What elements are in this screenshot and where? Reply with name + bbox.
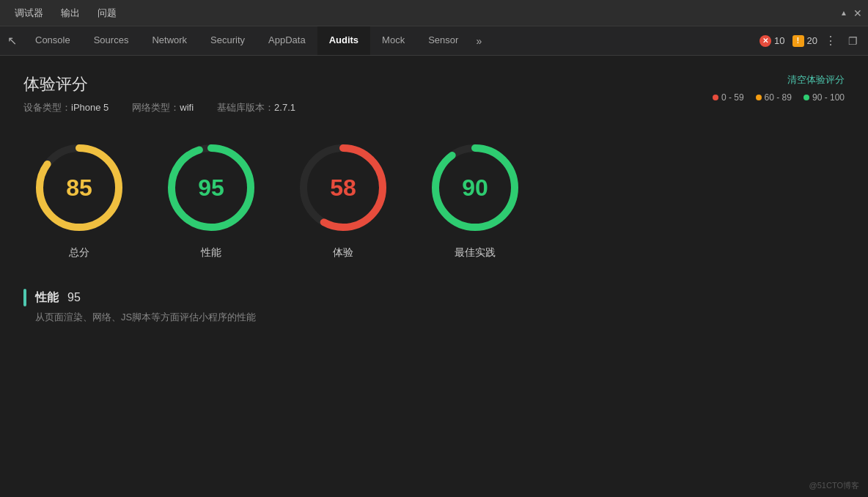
network-label-text: 网络类型： bbox=[132, 102, 180, 113]
main-content: 体验评分 设备类型：iPhone 5 网络类型：wifi 基础库版本：2.7.1… bbox=[0, 56, 868, 497]
tab-network[interactable]: Network bbox=[140, 26, 199, 55]
score-number-bestpractice: 90 bbox=[462, 174, 488, 202]
error-count: 10 bbox=[774, 35, 784, 46]
score-card-performance: 95性能 bbox=[167, 144, 255, 259]
lib-label-text: 基础库版本： bbox=[217, 102, 274, 113]
error-icon: ✕ bbox=[760, 35, 771, 47]
score-card-experience: 58体验 bbox=[299, 144, 387, 259]
title-bar-output[interactable]: 输出 bbox=[52, 0, 89, 26]
tab-mock[interactable]: Mock bbox=[370, 26, 416, 55]
device-label: 设备类型：iPhone 5 bbox=[23, 101, 108, 114]
network-label: 网络类型：wifi bbox=[132, 101, 194, 114]
score-card-total: 85总分 bbox=[35, 144, 123, 259]
title-bar-debugger[interactable]: 调试器 bbox=[6, 0, 52, 26]
tab-pointer-icon[interactable]: ↖ bbox=[0, 26, 23, 55]
device-value: iPhone 5 bbox=[71, 102, 108, 113]
tab-appdata[interactable]: AppData bbox=[257, 26, 317, 55]
left-header: 体验评分 设备类型：iPhone 5 网络类型：wifi 基础库版本：2.7.1 bbox=[23, 73, 295, 120]
score-label-experience: 体验 bbox=[333, 246, 353, 259]
tab-menu-button[interactable]: ⋮ bbox=[820, 34, 841, 48]
header-row: 体验评分 设备类型：iPhone 5 网络类型：wifi 基础库版本：2.7.1… bbox=[23, 73, 845, 120]
tab-console[interactable]: Console bbox=[23, 26, 82, 55]
legend-item-high: 90 - 100 bbox=[803, 92, 845, 103]
legend-dot-high bbox=[803, 95, 809, 100]
title-bar-issues[interactable]: 问题 bbox=[89, 0, 125, 26]
lib-value: 2.7.1 bbox=[274, 102, 295, 113]
network-value: wifi bbox=[180, 102, 194, 113]
meta-info: 设备类型：iPhone 5 网络类型：wifi 基础库版本：2.7.1 bbox=[23, 101, 295, 114]
tab-right-area: ✕ 10 ! 20 ⋮ ❐ bbox=[760, 34, 868, 48]
section-score: 95 bbox=[67, 291, 81, 304]
score-circle-experience: 58 bbox=[299, 144, 387, 232]
section-title: 性能 bbox=[35, 290, 59, 306]
page-title: 体验评分 bbox=[23, 73, 88, 95]
score-number-experience: 58 bbox=[330, 174, 356, 202]
section-performance: 性能 95 从页面渲染、网络、JS脚本等方面评估小程序的性能 bbox=[23, 283, 845, 324]
right-header: 清空体验评分 0 - 59 60 - 89 90 - 100 bbox=[713, 73, 845, 103]
title-bar: 调试器 输出 问题 ▲ ✕ bbox=[0, 0, 868, 26]
error-badge: ✕ 10 bbox=[760, 35, 784, 47]
lib-label: 基础库版本：2.7.1 bbox=[217, 101, 295, 114]
score-circle-total: 85 bbox=[35, 144, 123, 232]
legend-dot-low bbox=[713, 95, 718, 100]
warning-badge: ! 20 bbox=[792, 35, 817, 47]
score-number-performance: 95 bbox=[198, 174, 224, 202]
page-header: 体验评分 bbox=[23, 73, 295, 95]
watermark: @51CTO博客 bbox=[809, 480, 859, 491]
tab-panel-button[interactable]: ❐ bbox=[844, 35, 862, 47]
tab-security[interactable]: Security bbox=[199, 26, 257, 55]
tab-audits[interactable]: Audits bbox=[317, 26, 370, 55]
score-circle-bestpractice: 90 bbox=[431, 144, 519, 232]
section-bar bbox=[23, 289, 26, 306]
score-label-total: 总分 bbox=[69, 246, 89, 259]
legend-label-mid: 60 - 89 bbox=[765, 92, 792, 103]
clear-button[interactable]: 清空体验评分 bbox=[787, 73, 845, 86]
title-bar-close[interactable]: ✕ bbox=[853, 7, 862, 19]
warning-count: 20 bbox=[807, 35, 817, 46]
tab-sensor[interactable]: Sensor bbox=[416, 26, 470, 55]
legend-item-mid: 60 - 89 bbox=[756, 92, 792, 103]
tab-sources[interactable]: Sources bbox=[82, 26, 141, 55]
score-label-performance: 性能 bbox=[201, 246, 221, 259]
title-bar-arrow-up[interactable]: ▲ bbox=[840, 9, 847, 17]
tab-bar: ↖ Console Sources Network Security AppDa… bbox=[0, 26, 868, 56]
score-card-bestpractice: 90最佳实践 bbox=[431, 144, 519, 259]
tab-more-icon[interactable]: » bbox=[470, 35, 488, 47]
section-title-row: 性能 95 bbox=[23, 289, 845, 306]
score-number-total: 85 bbox=[66, 174, 92, 202]
device-label-text: 设备类型： bbox=[23, 102, 71, 113]
section-description: 从页面渲染、网络、JS脚本等方面评估小程序的性能 bbox=[35, 311, 845, 324]
legend-label-low: 0 - 59 bbox=[721, 92, 744, 103]
warning-icon: ! bbox=[792, 35, 804, 47]
legend: 0 - 59 60 - 89 90 - 100 bbox=[713, 92, 845, 103]
score-label-bestpractice: 最佳实践 bbox=[455, 246, 496, 259]
legend-item-low: 0 - 59 bbox=[713, 92, 744, 103]
score-circle-performance: 95 bbox=[167, 144, 255, 232]
legend-label-high: 90 - 100 bbox=[812, 92, 845, 103]
legend-dot-mid bbox=[756, 95, 762, 100]
score-cards: 85总分 95性能 58体验 90最佳实践 bbox=[35, 144, 845, 259]
